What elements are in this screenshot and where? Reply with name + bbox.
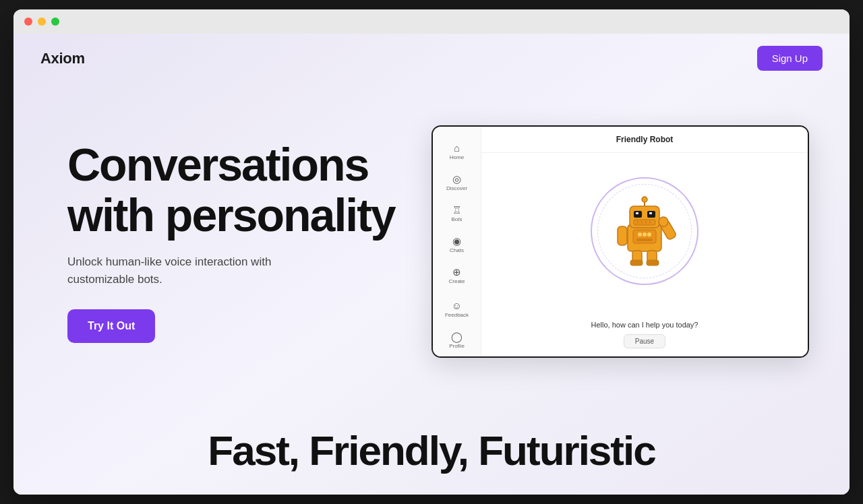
sidebar-label-home: Home <box>450 154 464 160</box>
svg-rect-5 <box>649 212 652 214</box>
home-icon: ⌂ <box>454 143 460 153</box>
robot-illustration <box>577 164 712 298</box>
svg-rect-23 <box>630 260 643 265</box>
sidebar-label-bots: Bots <box>451 216 462 222</box>
sidebar-label-create: Create <box>448 278 465 284</box>
hero-left: Conversations with personality Unlock hu… <box>67 139 395 344</box>
sidebar-item-bots[interactable]: ♖ Bots <box>437 199 477 228</box>
bottom-tagline: Fast, Friendly, Futuristic <box>27 427 836 474</box>
try-it-out-button[interactable]: Try It Out <box>67 309 155 343</box>
mockup-sidebar: ⌂ Home ◎ Discover ♖ Bots ◉ Chats <box>433 127 481 356</box>
sidebar-item-profile[interactable]: ◯ Profile <box>437 326 477 354</box>
svg-point-12 <box>642 197 647 202</box>
bottom-section: Fast, Friendly, Futuristic <box>13 400 850 495</box>
traffic-light-green[interactable] <box>51 18 59 26</box>
sidebar-label-chats: Chats <box>450 247 464 253</box>
chat-message-area: Hello, how can I help you today? Pause <box>591 321 698 348</box>
svg-rect-17 <box>636 239 653 241</box>
svg-point-15 <box>643 232 647 237</box>
hero-subtitle: Unlock human-like voice interaction with… <box>67 253 324 288</box>
traffic-light-red[interactable] <box>24 18 32 26</box>
logo: Axiom <box>40 50 85 67</box>
svg-point-16 <box>647 232 651 237</box>
app-mockup: ⌂ Home ◎ Discover ♖ Bots ◉ Chats <box>432 125 809 358</box>
svg-rect-24 <box>647 260 659 265</box>
bots-icon: ♖ <box>452 205 461 215</box>
sidebar-label-profile: Profile <box>449 343 465 349</box>
browser-window: Axiom Sign Up Conversations with persona… <box>13 9 850 495</box>
mockup-header: Friendly Robot <box>481 127 808 153</box>
sidebar-item-home[interactable]: ⌂ Home <box>437 137 477 166</box>
signup-button[interactable]: Sign Up <box>757 46 823 71</box>
traffic-light-yellow[interactable] <box>38 18 46 26</box>
sidebar-label-feedback: Feedback <box>445 312 469 318</box>
svg-rect-6 <box>634 220 655 225</box>
chats-icon: ◉ <box>452 236 461 246</box>
pause-button[interactable]: Pause <box>624 334 665 348</box>
mockup-main: Friendly Robot <box>481 127 808 356</box>
profile-icon: ◯ <box>451 332 463 342</box>
sidebar-item-discover[interactable]: ◎ Discover <box>437 168 477 197</box>
sidebar-item-chats[interactable]: ◉ Chats <box>437 230 477 259</box>
hero-section: Conversations with personality Unlock hu… <box>13 83 850 400</box>
robot-svg <box>611 194 678 268</box>
browser-titlebar <box>13 9 850 34</box>
feedback-icon: ☺ <box>452 301 462 311</box>
mockup-body: Hello, how can I help you today? Pause <box>481 153 808 356</box>
discover-icon: ◎ <box>452 174 461 184</box>
sidebar-item-create[interactable]: ⊕ Create <box>437 261 477 290</box>
svg-rect-18 <box>618 226 627 245</box>
hero-title: Conversations with personality <box>67 139 395 241</box>
svg-point-14 <box>638 232 642 237</box>
page-content: Axiom Sign Up Conversations with persona… <box>13 34 850 495</box>
svg-rect-4 <box>636 212 638 214</box>
sidebar-item-feedback[interactable]: ☺ Feedback <box>437 295 477 323</box>
chat-message: Hello, how can I help you today? <box>591 321 698 329</box>
navbar: Axiom Sign Up <box>13 34 850 83</box>
sidebar-label-discover: Discover <box>446 185 467 191</box>
create-icon: ⊕ <box>452 267 461 277</box>
